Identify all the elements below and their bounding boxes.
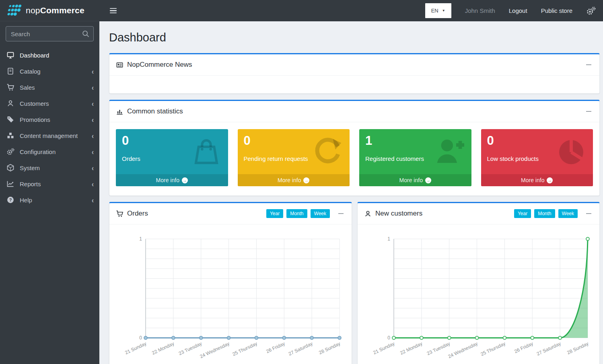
- svg-text:26 Friday: 26 Friday: [513, 341, 534, 354]
- collapse-button[interactable]: [336, 209, 345, 218]
- stat-label: Orders: [122, 155, 222, 162]
- sidebar-item-content-management[interactable]: Content management ‹: [0, 128, 99, 144]
- svg-text:24 Wednesday: 24 Wednesday: [447, 341, 479, 359]
- more-info-link[interactable]: More info →: [359, 174, 471, 186]
- common-statistics-title: Common statistics: [127, 107, 183, 115]
- more-info-link[interactable]: More info →: [481, 174, 593, 186]
- sidebar-item-label: Sales: [20, 84, 35, 91]
- common-statistics-header: Common statistics: [109, 101, 599, 122]
- bar-chart-icon: [116, 108, 123, 115]
- svg-text:26 Friday: 26 Friday: [265, 341, 286, 354]
- cube-icon: [6, 163, 15, 173]
- more-info-label: More info: [156, 177, 179, 183]
- sidebar: nopCommerce Dashboard Catalog ‹ Sales ‹: [0, 0, 99, 364]
- sidebar-item-label: Configuration: [20, 148, 56, 155]
- tag-icon: [6, 115, 15, 124]
- search-input[interactable]: [6, 26, 94, 41]
- new-customers-panel-title: New customers: [375, 210, 422, 218]
- sidebar-item-sales[interactable]: Sales ‹: [0, 79, 99, 95]
- customers-year-button[interactable]: Year: [514, 209, 531, 218]
- customers-week-button[interactable]: Week: [558, 209, 578, 218]
- sidebar-item-label: Customers: [20, 100, 49, 107]
- more-info-link[interactable]: More info →: [116, 174, 228, 186]
- orders-chart-panel: Orders Year Month Week 0121 Sunday22 Mon…: [109, 202, 352, 364]
- stat-box-orders: 0 Orders More info →: [116, 129, 228, 186]
- sidebar-item-help[interactable]: ? Help ‹: [0, 192, 99, 208]
- book-icon: [6, 66, 15, 76]
- stat-label: Low stock products: [487, 155, 587, 162]
- svg-text:28 Sunday: 28 Sunday: [566, 341, 589, 356]
- arrow-circle-right-icon: →: [182, 177, 188, 183]
- top-navbar: EN ▼ John Smith Logout Public store: [99, 0, 603, 21]
- orders-week-button[interactable]: Week: [311, 209, 330, 218]
- collapse-button[interactable]: [584, 107, 593, 116]
- arrow-circle-right-icon: →: [303, 177, 309, 183]
- more-info-label: More info: [521, 177, 544, 183]
- sidebar-toggle-button[interactable]: [108, 6, 118, 16]
- minus-icon: [586, 213, 591, 214]
- chevron-left-icon: ‹: [92, 131, 94, 140]
- question-circle-icon: ?: [6, 195, 15, 205]
- public-store-link[interactable]: Public store: [541, 7, 572, 14]
- language-select[interactable]: EN ▼: [425, 3, 451, 18]
- collapse-button[interactable]: [584, 60, 593, 69]
- svg-text:?: ?: [9, 197, 12, 202]
- svg-text:21 Sunday: 21 Sunday: [372, 341, 395, 356]
- sidebar-item-customers[interactable]: Customers ‹: [0, 95, 99, 111]
- sidebar-item-system[interactable]: System ‹: [0, 160, 99, 176]
- svg-text:27 Saturday: 27 Saturday: [288, 341, 314, 357]
- cubes-icon: [6, 131, 15, 140]
- nopcommerce-dots-logo-icon: [5, 3, 23, 18]
- content-area: Dashboard NopCommerce News: [99, 21, 603, 364]
- arrow-circle-right-icon: →: [547, 177, 553, 183]
- sidebar-item-configuration[interactable]: Configuration ‹: [0, 144, 99, 160]
- cart-icon: [6, 82, 15, 92]
- brand-logo[interactable]: nopCommerce: [0, 0, 99, 21]
- chevron-left-icon: ‹: [92, 115, 94, 123]
- customers-month-button[interactable]: Month: [534, 209, 555, 218]
- sidebar-item-label: Promotions: [20, 116, 50, 123]
- sidebar-item-label: Reports: [20, 181, 41, 187]
- chevron-left-icon: ‹: [92, 195, 94, 204]
- new-customers-chart-panel: New customers Year Month Week 0121 Sunda…: [357, 202, 600, 364]
- stat-box-registered-customers: 1 Registered customers More info →: [359, 129, 471, 186]
- news-panel-title: NopCommerce News: [127, 61, 192, 69]
- settings-gears-icon[interactable]: [586, 6, 596, 16]
- logout-link[interactable]: Logout: [509, 7, 527, 14]
- stat-box-pending-return-requests: 0 Pending return requests More info →: [238, 129, 350, 186]
- more-info-link[interactable]: More info →: [238, 174, 350, 186]
- minus-icon: [586, 111, 591, 112]
- news-panel-header: NopCommerce News: [109, 54, 599, 76]
- arrow-circle-right-icon: →: [425, 177, 431, 183]
- search-icon: [81, 29, 90, 38]
- user-icon: [364, 210, 372, 218]
- line-chart-icon: [6, 179, 15, 189]
- orders-month-button[interactable]: Month: [286, 209, 307, 218]
- orders-panel-header: Orders Year Month Week: [109, 203, 352, 224]
- chevron-left-icon: ‹: [92, 67, 94, 75]
- news-panel-body: [109, 76, 599, 93]
- common-statistics-panel: Common statistics 0 Orders Mor: [109, 100, 600, 196]
- sidebar-item-reports[interactable]: Reports ‹: [0, 176, 99, 192]
- user-icon: [6, 99, 15, 108]
- cart-icon: [116, 210, 123, 218]
- common-statistics-body: 0 Orders More info → 0 Pending return re…: [109, 122, 599, 195]
- newspaper-icon: [116, 61, 123, 69]
- svg-text:21 Sunday: 21 Sunday: [124, 341, 147, 356]
- svg-text:1: 1: [387, 236, 390, 242]
- sidebar-search: [6, 26, 94, 41]
- stat-box-low-stock-products: 0 Low stock products More info →: [481, 129, 593, 186]
- sidebar-item-catalog[interactable]: Catalog ‹: [0, 63, 99, 79]
- orders-year-button[interactable]: Year: [266, 209, 283, 218]
- stat-value: 1: [365, 134, 465, 148]
- minus-icon: [338, 213, 344, 214]
- collapse-button[interactable]: [584, 209, 593, 218]
- chevron-left-icon: ‹: [92, 147, 94, 156]
- sidebar-item-promotions[interactable]: Promotions ‹: [0, 111, 99, 128]
- chevron-left-icon: ‹: [92, 99, 94, 107]
- sidebar-item-dashboard[interactable]: Dashboard: [0, 47, 99, 63]
- new-customers-area-chart: 0121 Sunday22 Monday23 Tuesday24 Wednesd…: [363, 228, 593, 364]
- sidebar-item-label: Content management: [20, 132, 78, 139]
- language-value: EN: [431, 8, 438, 14]
- sidebar-item-label: System: [20, 165, 40, 171]
